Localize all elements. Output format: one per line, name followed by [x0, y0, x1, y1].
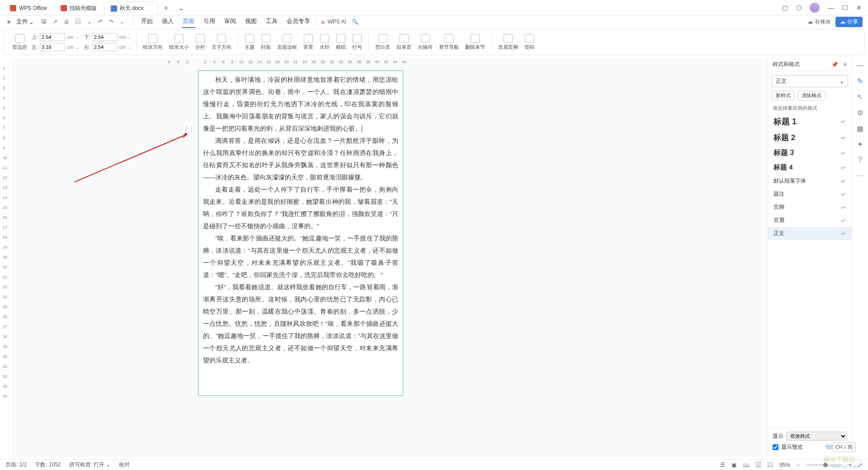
close-panel-icon[interactable]: ✕: [843, 61, 847, 68]
style-item[interactable]: 题注↵: [768, 188, 852, 201]
margin-bottom-input[interactable]: [92, 33, 118, 41]
new-style-button[interactable]: 新样式: [772, 91, 795, 100]
word-count[interactable]: 字数: 1052: [35, 461, 61, 469]
margin-right-input[interactable]: [92, 43, 118, 51]
theme-button[interactable]: 主题: [243, 33, 256, 52]
header-footer-button[interactable]: 页眉页脚: [496, 33, 520, 52]
current-style-select[interactable]: 正文⌄: [772, 75, 848, 87]
close-button[interactable]: ✕: [856, 4, 862, 11]
style-item[interactable]: 正文↵: [768, 227, 852, 240]
paragraph-3[interactable]: 走着走着，远处一个人停下了自行车，手中撑着一把伞，匆匆向我走来。近看走来的是我的…: [203, 183, 398, 232]
file-menu[interactable]: 文件⌄: [14, 17, 36, 27]
page-border-button[interactable]: 页面边框: [275, 33, 299, 52]
more-icon[interactable]: ⋯: [857, 171, 864, 180]
style-item[interactable]: 默认段落字体↵: [768, 174, 852, 188]
cube-icon[interactable]: ⬡: [796, 4, 802, 11]
help-icon[interactable]: ?: [858, 156, 862, 164]
paper-size-button[interactable]: 纸张大小: [167, 33, 191, 52]
watermark-button[interactable]: 水印: [318, 33, 331, 52]
proofing-status[interactable]: 校对: [119, 461, 130, 469]
style-item[interactable]: 标题 3↵: [768, 146, 852, 160]
modified-label[interactable]: ☁ 有修改: [807, 18, 831, 26]
settings-icon[interactable]: ⚙: [857, 108, 863, 117]
paper-style-button[interactable]: 稿纸: [334, 33, 348, 52]
restore-icon[interactable]: ▢: [782, 4, 788, 11]
paragraph-2[interactable]: 滴滴答答，是雨在倾诉，还是心在流血？一片黯然浮于眼眸，为什么我用真挚付出的换来的…: [203, 135, 398, 183]
collapse-icon[interactable]: —: [857, 61, 864, 70]
share-button[interactable]: ☁ 分享: [835, 17, 863, 27]
paragraph-1[interactable]: 秋天，落叶满地，冷寂的秋雨肆意地宣泄着它的情绪，用悲凉给这个喧嚣的世界调色。街巷…: [203, 74, 398, 135]
margin-button[interactable]: 页边距: [10, 33, 29, 52]
home-tab[interactable]: WPS Office: [4, 1, 53, 15]
tab-page[interactable]: 页面: [182, 15, 195, 28]
style-item[interactable]: 页脚↵: [768, 201, 852, 214]
add-tab-button[interactable]: +: [159, 1, 172, 15]
preview-icon[interactable]: ⿴: [75, 19, 81, 25]
style-item[interactable]: 标题 1↵: [768, 113, 852, 130]
tools-icon[interactable]: ✦: [857, 140, 863, 149]
view-mode-5-icon[interactable]: ⿴: [768, 462, 773, 468]
zoom-level[interactable]: 95%: [779, 462, 790, 468]
tab-tools[interactable]: 工具: [265, 15, 278, 28]
edit-icon[interactable]: ✎: [857, 77, 863, 85]
ime-badge[interactable]: CH ♪ 简: [832, 442, 856, 452]
cover-button[interactable]: 封面: [259, 33, 273, 52]
search-icon[interactable]: 🔍: [352, 19, 359, 25]
clear-format-button[interactable]: 清除格式: [797, 91, 826, 100]
style-item[interactable]: 标题 2↵: [768, 130, 852, 146]
save-icon[interactable]: 🖫: [41, 19, 47, 25]
zoom-out-button[interactable]: −: [797, 462, 800, 468]
page-number-button[interactable]: 页码: [523, 33, 536, 52]
style-item[interactable]: 页眉↵: [768, 214, 852, 227]
margin-left-input[interactable]: [40, 43, 65, 51]
show-select[interactable]: 有效样式: [786, 432, 847, 441]
export-icon[interactable]: ↗: [53, 19, 57, 25]
pin-icon[interactable]: 📌: [831, 61, 838, 68]
hamburger-button[interactable]: ≡: [5, 18, 13, 26]
document-canvas[interactable]: 6422468101214161820222426283032343638404…: [13, 58, 768, 457]
background-button[interactable]: 背景: [302, 33, 315, 52]
view-mode-3-icon[interactable]: 📖: [743, 462, 750, 468]
undo-icon[interactable]: ↶: [98, 19, 103, 25]
tab-start[interactable]: 开始: [140, 15, 154, 28]
paragraph-5[interactable]: "好"，我看着她说道。就这样我坐着她的自行车，一路冒着雨，渐渐离开这失意的场所。…: [203, 281, 398, 367]
margin-top-input[interactable]: [40, 33, 65, 41]
tab-view[interactable]: 视图: [244, 15, 258, 28]
grid-icon[interactable]: ▦: [857, 124, 863, 133]
tab-reference[interactable]: 引用: [203, 15, 216, 28]
delete-section-button[interactable]: 删除本节: [463, 33, 487, 52]
columns-button[interactable]: 分栏: [193, 33, 207, 52]
maximize-button[interactable]: ☐: [842, 4, 848, 11]
chapter-nav-button[interactable]: 章节导航: [437, 33, 461, 52]
tab-review[interactable]: 审阅: [223, 15, 237, 28]
qat-dropdown2[interactable]: ⌄: [120, 19, 124, 25]
tab-vip[interactable]: 会员专享: [286, 15, 311, 28]
line-number-button[interactable]: 行号: [350, 33, 364, 52]
blank-page-button[interactable]: 空白页: [373, 33, 392, 52]
paragraph-4[interactable]: "唉，看来那个插曲还挺大的。"她逗趣地一笑，一手揽住了我的胳膊，淡淡说道："与其…: [203, 232, 398, 281]
pointer-icon[interactable]: ↖: [857, 93, 863, 101]
print-icon[interactable]: 🖨: [64, 19, 69, 25]
page-indicator[interactable]: 页面: 1/2: [5, 461, 27, 469]
minimize-button[interactable]: —: [828, 4, 834, 11]
orientation-button[interactable]: 纸张方向: [141, 33, 165, 52]
style-item[interactable]: 标题 4↵: [768, 160, 852, 174]
preview-checkbox[interactable]: [773, 444, 778, 450]
text-direction-button[interactable]: 文字方向: [210, 33, 233, 52]
template-tab[interactable]: 找稿壳模版: [54, 1, 103, 15]
page-content[interactable]: 秋天，落叶满地，冷寂的秋雨肆意地宣泄着它的情绪，用悲凉给这个喧嚣的世界调色。街巷…: [198, 70, 403, 396]
qat-dropdown[interactable]: ⌄: [87, 19, 92, 25]
redo-icon[interactable]: ↷: [109, 19, 113, 25]
document-tab[interactable]: 秋天.docx: [104, 1, 159, 15]
anchor-icon[interactable]: ⋮⋮: [184, 126, 194, 132]
tab-dropdown[interactable]: ⌄: [174, 1, 189, 15]
view-mode-2-icon[interactable]: ▣: [731, 462, 736, 468]
avatar[interactable]: [810, 3, 820, 13]
spell-check-status[interactable]: 拼写检查: 打开 ⌄: [69, 461, 111, 469]
toc-page-button[interactable]: 目录页: [395, 33, 413, 52]
view-mode-4-icon[interactable]: ⿲: [756, 462, 761, 468]
wps-ai-button[interactable]: ▲WPS AI: [321, 19, 346, 25]
view-mode-1-icon[interactable]: ☰: [720, 462, 725, 468]
separator-button[interactable]: 分隔符: [416, 33, 434, 52]
tab-insert[interactable]: 插入: [161, 15, 175, 28]
